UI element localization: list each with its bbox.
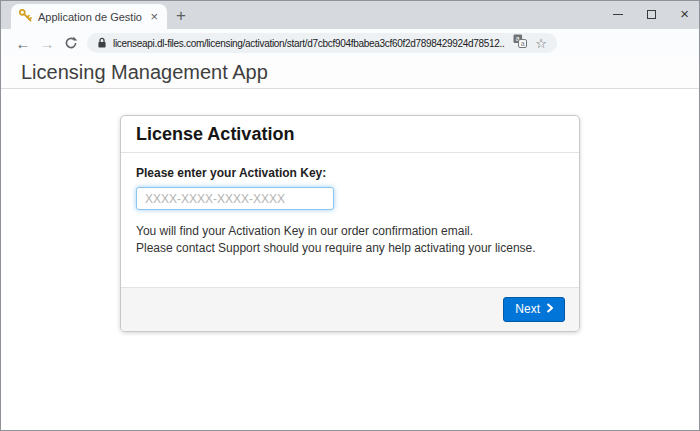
help-line: You will find your Activation Key in our… — [136, 223, 564, 240]
maximize-button[interactable] — [647, 10, 656, 19]
page-title: Licensing Management App — [21, 61, 268, 84]
translate-icon[interactable]: a a — [513, 34, 527, 52]
browser-window: Application de Gestion des Licen × + × ←… — [0, 0, 700, 431]
address-bar-icons: a a ☆ — [513, 34, 547, 52]
help-text: You will find your Activation Key in our… — [136, 223, 564, 257]
card-header: License Activation — [121, 116, 579, 153]
url-text: licenseapi.dl-files.com/licensing/activa… — [113, 38, 505, 49]
tab-close-icon[interactable]: × — [148, 10, 160, 23]
card-body: Please enter your Activation Key: You wi… — [121, 153, 579, 287]
lock-icon[interactable] — [97, 37, 107, 49]
activation-key-input[interactable] — [136, 187, 334, 210]
tab-bar: Application de Gestion des Licen × + × — [1, 1, 699, 29]
key-favicon-icon — [18, 8, 32, 26]
tab-title: Application de Gestion des Licen — [38, 11, 142, 23]
reload-icon[interactable] — [59, 36, 83, 50]
license-activation-card: License Activation Please enter your Act… — [120, 115, 580, 332]
app-header: Licensing Management App — [1, 57, 699, 89]
forward-button[interactable]: → — [35, 36, 59, 51]
next-button[interactable]: Next — [503, 297, 565, 322]
address-bar[interactable]: licenseapi.dl-files.com/licensing/activa… — [87, 33, 557, 53]
help-line: Please contact Support should you requir… — [136, 240, 564, 257]
card-footer: Next — [121, 287, 579, 331]
chevron-right-icon — [546, 302, 553, 316]
window-controls: × — [613, 7, 689, 21]
card-title: License Activation — [136, 124, 294, 144]
close-window-button[interactable]: × — [680, 7, 689, 21]
back-button[interactable]: ← — [11, 36, 35, 51]
new-tab-button[interactable]: + — [176, 7, 186, 24]
activation-key-label: Please enter your Activation Key: — [136, 166, 564, 180]
browser-tab[interactable]: Application de Gestion des Licen × — [11, 4, 167, 29]
next-button-label: Next — [515, 302, 540, 316]
minimize-button[interactable] — [613, 14, 623, 15]
browser-toolbar: ← → licenseapi.dl-files.com/licensing/ac… — [1, 29, 699, 57]
svg-text:a: a — [521, 40, 525, 47]
bookmark-star-icon[interactable]: ☆ — [535, 37, 547, 50]
page-content: License Activation Please enter your Act… — [1, 89, 699, 430]
